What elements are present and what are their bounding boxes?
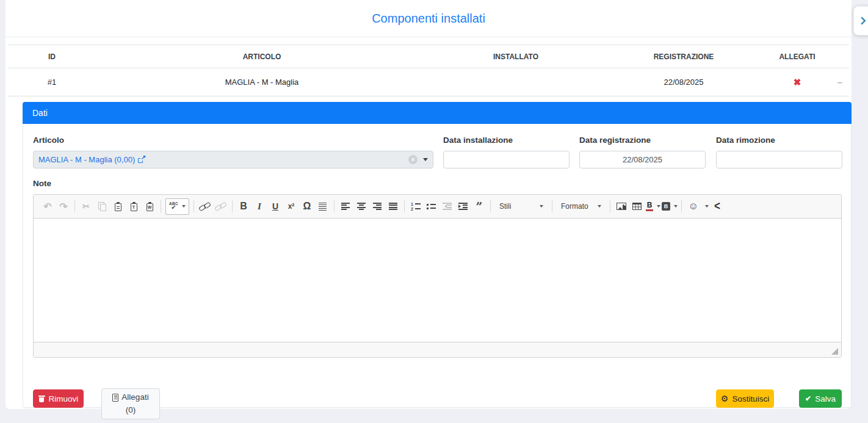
link-icon[interactable] [198, 199, 212, 214]
align-left-icon[interactable] [338, 199, 353, 214]
cell-installato [428, 68, 604, 96]
editor-bottom-bar [34, 342, 841, 357]
omega-icon[interactable]: Ω [300, 199, 314, 214]
data-installazione-input[interactable] [443, 151, 570, 168]
cut-icon: ✂ [79, 199, 93, 214]
unlink-icon [214, 199, 228, 214]
col-header-id: ID [8, 45, 96, 68]
data-installazione-label: Data installazione [443, 136, 513, 145]
salva-button[interactable]: ✔ Salva [799, 389, 842, 408]
align-center-icon[interactable] [354, 199, 369, 214]
trash-icon [38, 395, 45, 402]
data-rimozione-label: Data rimozione [716, 136, 775, 145]
note-rich-text-editor: ↶ ↷ ✂ T W ABC ✔ [33, 194, 842, 358]
clear-selection-icon[interactable]: × [408, 155, 418, 164]
cell-registrazione: 22/08/2025 [604, 68, 764, 96]
align-justify-icon[interactable] [386, 199, 400, 214]
bulleted-list-icon[interactable] [424, 199, 439, 214]
expand-sidebar-button[interactable] [853, 6, 868, 35]
superscript-icon[interactable]: x² [284, 199, 298, 214]
numbered-list-icon[interactable] [408, 199, 423, 214]
paste-word-icon[interactable]: W [142, 199, 157, 214]
components-table: ID ARTICOLO INSTALLATO REGISTRAZIONE ALL… [8, 45, 849, 96]
spellcheck-button[interactable]: ABC ✔ [165, 198, 189, 215]
image-icon[interactable] [614, 199, 629, 214]
note-label: Note [33, 179, 51, 188]
indent-icon[interactable] [456, 199, 471, 214]
page-title: Componenti installati [5, 0, 852, 37]
formato-dropdown[interactable]: Formato [557, 199, 606, 214]
external-link-icon: ↗ [138, 156, 145, 163]
data-registrazione-label: Data registrazione [579, 136, 651, 145]
dati-panel: Dati Articolo Data installazione Data re… [23, 102, 852, 408]
sostituisci-button[interactable]: ⚙ Sostituisci [716, 389, 774, 408]
table-header-row: ID ARTICOLO INSTALLATO REGISTRAZIONE ALL… [8, 45, 849, 68]
col-header-installato: INSTALLATO [428, 45, 604, 68]
share-icon[interactable]: < [710, 199, 725, 214]
underline-icon[interactable]: U [268, 199, 283, 214]
articolo-label: Articolo [33, 136, 64, 145]
redo-icon: ↷ [56, 199, 71, 214]
undo-icon: ↶ [40, 199, 55, 214]
smiley-icon[interactable]: ☺ [685, 199, 709, 214]
col-header-actions [831, 45, 849, 68]
stili-dropdown[interactable]: Stili [495, 199, 548, 214]
select-all-icon[interactable] [316, 199, 330, 214]
panel-body: Articolo Data installazione Data registr… [23, 124, 852, 408]
data-registrazione-input[interactable] [579, 151, 706, 168]
articolo-select[interactable]: MAGLIA - M - Maglia (0,00) ↗ × [33, 151, 433, 168]
italic-icon[interactable]: I [252, 199, 267, 214]
cell-id: #1 [8, 68, 96, 96]
collapse-dash-icon[interactable]: – [837, 77, 842, 87]
file-icon [112, 394, 118, 402]
outdent-icon [440, 199, 455, 214]
background-color-icon[interactable]: B [662, 202, 678, 211]
paste-text-icon[interactable]: T [126, 199, 141, 214]
table-icon[interactable] [630, 199, 645, 214]
check-icon: ✔ [805, 395, 811, 402]
rimuovi-button[interactable]: Rimuovi [33, 389, 84, 408]
text-color-icon[interactable]: B [646, 202, 660, 211]
note-editor-content[interactable] [34, 219, 841, 342]
chevron-right-icon [858, 16, 866, 25]
col-header-registrazione: REGISTRAZIONE [604, 45, 764, 68]
col-header-allegati: ALLEGATI [764, 45, 831, 68]
gear-icon: ⚙ [721, 394, 729, 403]
main-card: Componenti installati ID ARTICOLO INSTAL… [5, 0, 852, 409]
blockquote-icon[interactable]: ” [472, 199, 486, 214]
paste-icon[interactable] [110, 199, 125, 214]
copy-icon [95, 199, 109, 214]
align-right-icon[interactable] [370, 199, 385, 214]
articolo-select-value: MAGLIA - M - Maglia (0,00) [38, 155, 135, 164]
cell-articolo: MAGLIA - M - Maglia [96, 68, 428, 96]
panel-title: Dati [23, 102, 852, 124]
resize-grip[interactable] [831, 348, 838, 355]
allegati-button[interactable]: Allegati (0) [101, 388, 160, 419]
data-rimozione-input[interactable] [716, 151, 842, 168]
delete-cross-icon[interactable]: ✖ [794, 77, 801, 88]
chevron-down-icon [423, 158, 428, 161]
col-header-articolo: ARTICOLO [96, 45, 428, 68]
table-row[interactable]: #1 MAGLIA - M - Maglia 22/08/2025 ✖ – [8, 68, 849, 96]
bold-icon[interactable]: B [236, 199, 251, 214]
editor-toolbar: ↶ ↷ ✂ T W ABC ✔ [34, 195, 841, 219]
